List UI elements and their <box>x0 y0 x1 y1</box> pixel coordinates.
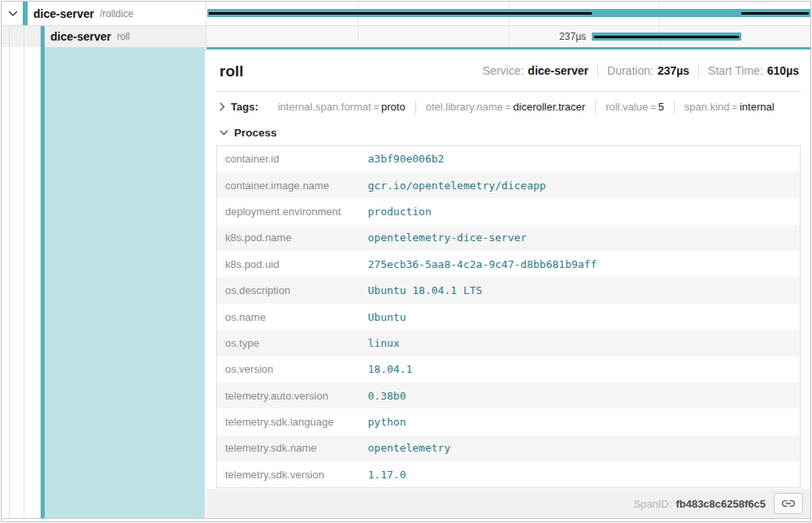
duration-label: 237µs <box>559 31 586 42</box>
process-accordion[interactable]: Process <box>216 115 801 145</box>
span-meta-item: Service: dice-server <box>483 64 588 77</box>
span-meta-list: Service: dice-server Duration: 237µs Sta… <box>483 64 799 77</box>
process-table-row: k8s.pod.name opentelemetry-dice-server <box>217 225 801 251</box>
process-table-row: deployment.environment production <box>217 198 801 224</box>
process-key: container.image.name <box>217 172 363 198</box>
process-table-row: os.name Ubuntu <box>217 304 801 330</box>
tag-item: roll.value=5 <box>595 100 674 114</box>
span-id-value: fb483c8c6258f6c5 <box>675 498 766 510</box>
timeline-gridline <box>509 26 510 47</box>
tag-value: proto <box>381 101 406 113</box>
process-value: 1.17.0 <box>363 461 801 487</box>
operation-name-label: /rolldice <box>100 8 133 19</box>
process-table-row: container.id a3bf90e006b2 <box>217 146 801 172</box>
meta-label: Service: <box>483 64 524 77</box>
indent-guide <box>9 47 10 518</box>
trace-detail-view: dice-server /rolldice dice-server roll 2… <box>1 1 811 522</box>
meta-label: Duration: <box>607 64 654 77</box>
process-value: opentelemetry-dice-server <box>363 225 801 251</box>
tag-item: otel.library.name=diceroller.tracer <box>415 100 595 114</box>
span-row-roll[interactable]: dice-server roll <box>2 26 206 47</box>
timeline-row-rolldice[interactable] <box>206 2 810 26</box>
process-key: telemetry.sdk.name <box>217 435 363 461</box>
process-table-row: telemetry.auto.version 0.38b0 <box>217 383 801 408</box>
process-key: telemetry.sdk.version <box>217 461 363 487</box>
process-key: os.name <box>217 304 363 330</box>
span-detail-backdrop <box>2 47 206 518</box>
process-table-row: k8s.pod.uid 275ecb36-5aa8-4c2a-9c47-d8bb… <box>217 251 801 277</box>
process-table-body: container.id a3bf90e006b2 container.imag… <box>217 146 801 488</box>
service-name-label: dice-server <box>50 30 111 43</box>
span-bar-roll[interactable] <box>592 32 741 41</box>
span-meta-item: Duration: 237µs <box>597 64 689 77</box>
trace-timeline: dice-server /rolldice dice-server roll 2… <box>2 2 810 519</box>
indent-guide <box>24 26 24 47</box>
span-detail-title: roll <box>219 62 244 81</box>
process-table-row: telemetry.sdk.name opentelemetry <box>217 435 801 461</box>
process-value: python <box>363 408 801 434</box>
process-table-row: os.description Ubuntu 18.04.1 LTS <box>217 277 801 303</box>
span-meta-item: Start Time: 610µs <box>698 64 799 77</box>
span-row-rolldice[interactable]: dice-server /rolldice <box>2 2 206 26</box>
span-highlight-fill <box>45 47 205 518</box>
process-value: a3bf90e006b2 <box>363 146 801 172</box>
span-detail-footer: SpanID: fb483c8c6258f6c5 <box>206 489 810 518</box>
tag-value: diceroller.tracer <box>513 101 585 113</box>
chevron-down-icon[interactable] <box>8 11 18 17</box>
meta-label: Start Time: <box>708 64 763 77</box>
process-value: gcr.io/opentelemetry/diceapp <box>363 172 801 198</box>
critical-path-segment <box>594 36 739 38</box>
process-key: k8s.pod.uid <box>217 251 363 277</box>
service-name-label: dice-server <box>33 7 94 20</box>
tag-key: internal.span.format <box>278 101 371 113</box>
critical-path-segment <box>209 12 592 15</box>
tag-key: otel.library.name <box>426 101 503 113</box>
span-detail-header: roll Service: dice-server Duration: 237µ… <box>216 60 801 81</box>
timeline-gridline <box>358 26 358 47</box>
tag-equals: = <box>648 102 658 112</box>
deep-link-button[interactable] <box>774 493 803 514</box>
process-value: production <box>363 198 801 224</box>
process-value: opentelemetry <box>363 435 801 461</box>
link-icon <box>782 497 795 510</box>
chevron-down-icon[interactable] <box>219 130 228 136</box>
span-bar-rolldice[interactable] <box>207 9 810 17</box>
process-key: os.type <box>217 330 363 356</box>
process-key: os.description <box>217 277 363 303</box>
timeline-row-roll[interactable]: 237µs <box>206 26 810 47</box>
process-key: container.id <box>217 146 363 172</box>
process-value: 0.38b0 <box>363 383 801 408</box>
span-color-bar <box>23 2 28 25</box>
span-detail-card: roll Service: dice-server Duration: 237µ… <box>206 50 810 489</box>
process-table-row: os.type linux <box>217 330 801 356</box>
process-value: Ubuntu 18.04.1 LTS <box>363 277 801 303</box>
tag-value: internal <box>740 101 775 113</box>
indent-guide <box>9 26 10 47</box>
process-value: linux <box>363 330 801 356</box>
tag-equals: = <box>371 102 381 112</box>
process-table-row: telemetry.sdk.language python <box>217 408 801 434</box>
tags-header-label: Tags: <box>231 101 258 113</box>
tag-equals: = <box>503 102 513 112</box>
process-key: telemetry.auto.version <box>217 383 363 408</box>
process-value: Ubuntu <box>363 304 801 330</box>
tags-accordion[interactable]: Tags: internal.span.format=proto otel.li… <box>216 92 801 115</box>
critical-path-segment <box>741 12 809 15</box>
process-value: 18.04.1 <box>363 357 801 383</box>
process-key: k8s.pod.name <box>217 225 363 251</box>
process-key: os.version <box>217 357 363 383</box>
process-header-label: Process <box>234 127 277 139</box>
process-key: telemetry.sdk.language <box>217 408 363 434</box>
process-table: container.id a3bf90e006b2 container.imag… <box>216 145 801 488</box>
operation-name-label: roll <box>117 31 130 42</box>
chevron-right-icon[interactable] <box>219 102 225 111</box>
indent-guide <box>24 47 24 518</box>
process-key: deployment.environment <box>217 198 363 224</box>
tag-equals: = <box>730 102 740 112</box>
tag-value: 5 <box>658 101 664 113</box>
span-id-label: SpanID: <box>633 498 671 510</box>
meta-value: dice-server <box>528 64 588 77</box>
tag-item: internal.span.format=proto <box>268 100 415 114</box>
process-table-row: os.version 18.04.1 <box>217 357 801 383</box>
span-detail-panel: roll Service: dice-server Duration: 237µ… <box>206 47 810 518</box>
